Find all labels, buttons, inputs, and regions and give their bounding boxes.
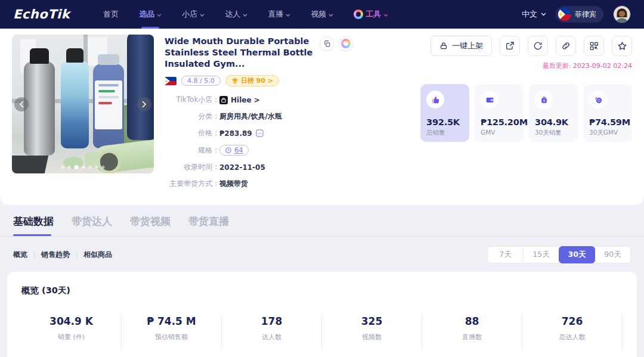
nav-item-product-picking[interactable]: 选品 [139,0,162,29]
time-range-15d[interactable]: 15天 [523,246,559,263]
time-range-selector: 7天 15天 30天 90天 [487,246,631,263]
nav-item-tools[interactable]: 工具 [354,0,388,29]
language-selector[interactable]: 中文 [522,9,546,20]
product-title: Wide Mouth Durable Portable Stainless St… [165,36,316,70]
stat-card-total-sales[interactable]: 392.5K 总销量 [420,84,469,142]
nav-item-influencer[interactable]: 达人 [225,0,247,29]
channel-value: 视频带货 [219,179,248,189]
stat-card-30d-sales[interactable]: 304.9K 30天销量 [529,84,578,142]
user-avatar[interactable] [613,5,631,23]
detail-label: TikTok小店 [165,95,219,105]
stat-card-gmv[interactable]: ₱125.20M GMV [475,84,524,142]
tab-basic-data[interactable]: 基础数据 [13,215,54,236]
carousel-dot[interactable] [95,166,98,169]
carousel-dots [61,165,105,169]
chevron-down-icon [200,14,205,17]
navbar-right: 中文 菲律宾 [522,5,631,23]
metric-est-revenue: ₱ 74.5 M 预估销售额 [122,314,222,350]
overview-metrics: 304.9 K 销量 (件) ₱ 74.5 M 预估销售额 178 达人数 32… [21,314,623,357]
carousel-dot[interactable] [82,166,85,169]
daily-rank-badge[interactable]: 日榜 90 > [225,75,279,86]
section-links: 概览 销售趋势 相似商品 [13,250,112,260]
metric-total-influencers: 726 总达人数 [522,314,623,350]
nav-item-live[interactable]: 直播 [268,0,290,29]
link-overview[interactable]: 概览 [13,250,27,260]
tab-videos[interactable]: 带货视频 [130,215,171,236]
carousel-dot[interactable] [102,166,105,169]
philippines-flag-icon [558,8,571,21]
listed-date-value: 2022-11-05 [219,163,265,172]
overview-title: 概览 (30天) [7,285,637,296]
stat-card-30d-gmv[interactable]: ₱74.59M 30天GMV [583,84,632,142]
product-info: Wide Mouth Durable Portable Stainless St… [165,35,420,195]
navy-bottle [127,35,154,140]
blue-gradient-bottle [61,60,89,148]
overview-card: 概览 (30天) 304.9 K 销量 (件) ₱ 74.5 M 预估销售额 1… [7,272,637,357]
detail-label: 价格 [165,128,219,138]
metric-sales: 304.9 K 销量 (件) [21,314,122,350]
main-nav: 首页 选品 小店 达人 直播 视频 工具 [103,0,388,29]
lock-icon [439,42,448,50]
one-click-list-button[interactable]: 一键上架 [431,36,492,56]
labeled-bottle [93,64,124,148]
product-image-carousel[interactable] [12,35,154,173]
carousel-next-button[interactable] [137,97,151,111]
rating-badge: 4.8 / 5.0 [181,76,221,86]
clock-icon [225,147,232,154]
nav-item-shop[interactable]: 小店 [182,0,205,29]
metric-influencers: 178 达人数 [222,314,322,350]
carousel-dot-active[interactable] [75,165,79,169]
qr-code-button[interactable] [584,36,604,56]
shop-link[interactable]: Hilee > [219,96,260,104]
refresh-button[interactable] [528,36,548,56]
window-ledge [12,156,48,173]
chevron-down-icon [541,13,546,16]
open-external-button[interactable] [500,36,520,56]
steel-bottle [24,61,55,156]
time-range-30d[interactable]: 30天 [559,246,595,263]
stat-cards: 392.5K 总销量 ₱125.20M GMV 304.9K 30天销量 ₱74… [420,84,632,142]
detail-tabs: 基础数据 带货达人 带货视频 带货直播 [0,205,644,237]
subnav-row: 概览 销售趋势 相似商品 7天 15天 30天 90天 [0,246,644,263]
region-selector[interactable]: 菲律宾 [556,6,603,23]
time-range-90d[interactable]: 90天 [595,246,631,263]
link-sales-trend[interactable]: 销售趋势 [41,250,70,260]
coins-icon [594,95,603,104]
nav-item-home[interactable]: 首页 [103,0,119,29]
philippines-flag-icon [165,77,177,85]
detail-label: 收录时间 [165,162,219,172]
ai-translate-button[interactable] [339,36,353,51]
nav-item-video[interactable]: 视频 [311,0,333,29]
price-trend-icon[interactable] [255,129,264,138]
echotik-logo[interactable]: EchoTik [13,7,70,21]
wallet-icon [485,95,494,104]
copy-title-button[interactable] [320,36,334,51]
chevron-down-icon [383,14,388,17]
carousel-prev-button[interactable] [14,97,29,111]
chevron-down-icon [157,14,162,17]
copy-icon [323,40,331,48]
carousel-dot[interactable] [68,166,71,169]
tab-influencers[interactable]: 带货达人 [72,215,112,236]
product-actions-and-stats: 一键上架 最后更新: 2023-09-02 02:24 392.5K 总销量 ₱… [420,35,632,195]
top-navbar: EchoTik 首页 选品 小店 达人 直播 视频 工具 中文 菲律宾 [0,0,644,29]
rainbow-tools-icon [354,10,363,19]
spec-count-link[interactable]: 64 [219,145,249,156]
product-details: TikTok小店 Hilee > 分类 厨房用具/饮具/水瓶 价格 ₱283.8… [165,95,420,189]
tab-livestreams[interactable]: 带货直播 [188,215,229,236]
favorite-button[interactable] [612,36,632,56]
qr-code-icon [589,41,599,51]
last-updated-text: 最后更新: 2023-09-02 02:24 [543,61,632,70]
chevron-down-icon [329,14,333,17]
carousel-dot[interactable] [89,166,92,169]
detail-label: 规格 [165,145,219,156]
shopping-bag-icon [540,95,549,104]
detail-label: 主要带货方式 [165,179,219,189]
copy-link-button[interactable] [556,36,576,56]
time-range-7d[interactable]: 7天 [487,246,524,263]
external-link-icon [505,41,515,51]
carousel-dot[interactable] [61,166,64,169]
link-similar-products[interactable]: 相似商品 [83,250,112,260]
tiktok-shop-icon [219,96,228,104]
refresh-icon [533,41,543,51]
